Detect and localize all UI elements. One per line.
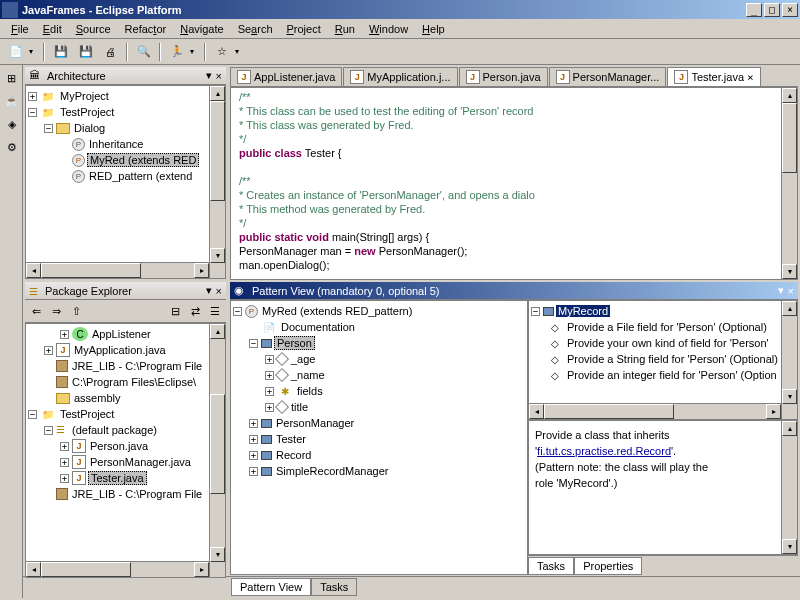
menu-window[interactable]: Window — [362, 21, 415, 37]
panel-close-icon[interactable]: × — [216, 285, 222, 297]
tree-item-inheritance[interactable]: PInheritance — [28, 136, 223, 152]
menu-help[interactable]: Help — [415, 21, 452, 37]
tree-item[interactable]: ◇Provide an integer field for 'Person' (… — [531, 367, 795, 383]
scroll-thumb[interactable] — [210, 101, 225, 201]
close-button[interactable]: × — [782, 3, 798, 17]
javaframes-button[interactable]: ☆ — [210, 41, 233, 63]
scrollbar-horizontal[interactable]: ◂▸ — [529, 403, 781, 419]
save-button[interactable]: 💾 — [49, 41, 72, 63]
tree-item[interactable]: +✱fields — [233, 383, 525, 399]
tree-item[interactable]: +JPersonManager.java — [28, 454, 223, 470]
scroll-thumb[interactable] — [782, 103, 797, 173]
tab-myapplication[interactable]: JMyApplication.j... — [343, 67, 457, 86]
scrollbar-vertical[interactable]: ▴▾ — [781, 88, 797, 279]
tree-item[interactable]: C:\Program Files\Eclipse\ — [28, 374, 223, 390]
tab-personmanager[interactable]: JPersonManager... — [549, 67, 667, 86]
package-explorer-header[interactable]: Package Explorer ▾ × — [25, 282, 226, 300]
run-button[interactable]: 🏃 — [165, 41, 188, 63]
java-perspective-button[interactable]: ☕ — [2, 92, 21, 111]
architecture-panel-header[interactable]: 🏛 Architecture ▾ × — [25, 67, 226, 85]
tree-item[interactable]: +title — [233, 399, 525, 415]
tree-item[interactable]: +_age — [233, 351, 525, 367]
tab-pattern-view[interactable]: Pattern View — [231, 578, 311, 596]
tree-item[interactable]: +PersonManager — [233, 415, 525, 431]
menu-file[interactable]: File — [4, 21, 36, 37]
tree-item[interactable]: +JMyApplication.java — [28, 342, 223, 358]
run-dropdown-icon[interactable]: ▾ — [190, 47, 200, 56]
scroll-thumb[interactable] — [41, 263, 141, 278]
scrollbar-vertical[interactable]: ▴▾ — [781, 301, 797, 419]
expand-icon[interactable]: + — [28, 92, 37, 101]
menu-edit[interactable]: Edit — [36, 21, 69, 37]
tree-item[interactable]: +JPerson.java — [28, 438, 223, 454]
tab-tester[interactable]: JTester.java× — [667, 67, 760, 86]
filter-button[interactable]: ☰ — [206, 302, 224, 320]
scrollbar-vertical[interactable]: ▴▾ — [781, 421, 797, 554]
maximize-button[interactable]: □ — [764, 3, 780, 17]
panel-menu-icon[interactable]: ▾ — [206, 69, 212, 82]
tree-item[interactable]: ◇Provide your own kind of field for 'Per… — [531, 335, 795, 351]
tree-item-dialog[interactable]: −Dialog — [28, 120, 223, 136]
code-editor[interactable]: /** * This class can be used to test the… — [230, 87, 798, 280]
desc-link[interactable]: fi.tut.cs.practise.red.Record — [537, 445, 671, 457]
tree-item[interactable]: −PMyRed (extends RED_pattern) — [233, 303, 525, 319]
tree-item[interactable]: −(default package) — [28, 422, 223, 438]
tree-item[interactable]: JRE_LIB - C:\Program File — [28, 358, 223, 374]
tree-item[interactable]: 📄Documentation — [233, 319, 525, 335]
panel-menu-icon[interactable]: ▾ — [778, 284, 784, 297]
search-button[interactable]: 🔍 — [132, 41, 155, 63]
collapse-all-button[interactable]: ⊟ — [166, 302, 184, 320]
scroll-down-icon[interactable]: ▾ — [210, 248, 225, 263]
tree-item[interactable]: −MyRecord — [531, 303, 795, 319]
panel-menu-icon[interactable]: ▾ — [206, 284, 212, 297]
tree-item[interactable]: +SimpleRecordManager — [233, 463, 525, 479]
debug-perspective-button[interactable]: ⚙ — [2, 138, 21, 157]
tree-item[interactable]: ◇Provide a File field for 'Person' (Opti… — [531, 319, 795, 335]
jf-dropdown-icon[interactable]: ▾ — [235, 47, 245, 56]
menu-source[interactable]: Source — [69, 21, 118, 37]
tree-item[interactable]: −📁TestProject — [28, 406, 223, 422]
menu-run[interactable]: Run — [328, 21, 362, 37]
scroll-right-icon[interactable]: ▸ — [194, 263, 209, 278]
tree-item-myred[interactable]: PMyRed (extends RED — [28, 152, 223, 168]
scroll-left-icon[interactable]: ◂ — [26, 263, 41, 278]
tab-applistener[interactable]: JAppListener.java — [230, 67, 342, 86]
tab-close-icon[interactable]: × — [747, 71, 754, 84]
tree-item-testproject[interactable]: −📁TestProject — [28, 104, 223, 120]
tree-item[interactable]: +Record — [233, 447, 525, 463]
scrollbar-vertical[interactable]: ▴▾ — [209, 324, 225, 577]
sub-tab-tasks[interactable]: Tasks — [528, 557, 574, 575]
minimize-button[interactable]: _ — [746, 3, 762, 17]
tree-item[interactable]: +Tester — [233, 431, 525, 447]
javaframes-perspective-button[interactable]: ◈ — [2, 115, 21, 134]
tree-item[interactable]: +_name — [233, 367, 525, 383]
menu-search[interactable]: Search — [231, 21, 280, 37]
tree-item-redpattern[interactable]: PRED_pattern (extend — [28, 168, 223, 184]
menu-project[interactable]: Project — [280, 21, 328, 37]
tree-item[interactable]: +CAppListener — [28, 326, 223, 342]
tab-person[interactable]: JPerson.java — [459, 67, 548, 86]
scrollbar-vertical[interactable]: ▴▾ — [209, 86, 225, 278]
tree-item[interactable]: −Person — [233, 335, 525, 351]
back-button[interactable]: ⇐ — [27, 302, 45, 320]
scroll-up-icon[interactable]: ▴ — [210, 86, 225, 101]
tree-item[interactable]: JRE_LIB - C:\Program File — [28, 486, 223, 502]
pattern-view-header[interactable]: ◉ Pattern View (mandatory 0, optional 5)… — [230, 282, 798, 300]
collapse-icon[interactable]: − — [28, 108, 37, 117]
menu-refactor[interactable]: Refactor — [118, 21, 174, 37]
scroll-up-icon[interactable]: ▴ — [782, 88, 797, 103]
collapse-icon[interactable]: − — [44, 124, 53, 133]
panel-close-icon[interactable]: × — [788, 285, 794, 297]
tree-item-myproject[interactable]: +📁MyProject — [28, 88, 223, 104]
tree-item[interactable]: ◇Provide a String field for 'Person' (Op… — [531, 351, 795, 367]
tab-tasks[interactable]: Tasks — [311, 578, 357, 596]
new-button[interactable]: 📄 — [4, 41, 27, 63]
new-dropdown-icon[interactable]: ▾ — [29, 47, 39, 56]
panel-close-icon[interactable]: × — [216, 70, 222, 82]
menu-navigate[interactable]: Navigate — [173, 21, 230, 37]
sub-tab-properties[interactable]: Properties — [574, 557, 642, 575]
open-perspective-button[interactable]: ⊞ — [2, 69, 21, 88]
scrollbar-horizontal[interactable]: ◂▸ — [26, 262, 209, 278]
scrollbar-horizontal[interactable]: ◂▸ — [26, 561, 209, 577]
link-editor-button[interactable]: ⇄ — [186, 302, 204, 320]
